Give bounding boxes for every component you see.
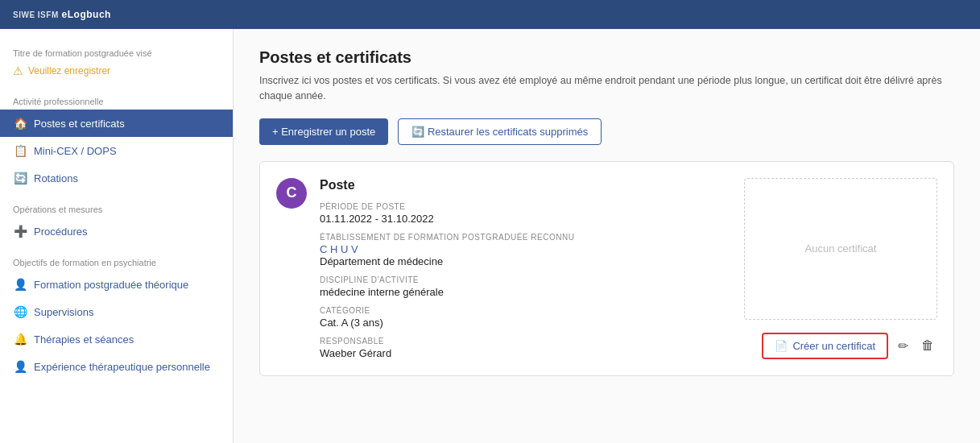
sidebar-item-postes[interactable]: 🏠 Postes et certificats: [0, 110, 233, 137]
sidebar-item-rotations-label: Rotations: [34, 172, 78, 184]
document-icon: 📄: [775, 340, 788, 352]
certificate-area: Aucun certificat 📄 Créer un certificat ✏…: [744, 178, 937, 359]
sidebar-item-mini-cex[interactable]: 📋 Mini-CEX / DOPS: [0, 137, 233, 164]
sidebar-item-rotations[interactable]: 🔄 Rotations: [0, 164, 233, 192]
sidebar-section-operations: Opérations et mesures: [0, 198, 233, 217]
establishment-label: ÉTABLISSEMENT DE FORMATION POSTGRADUÉE R…: [320, 233, 731, 242]
sidebar-item-formation[interactable]: 👤 Formation postgraduée théorique: [0, 271, 233, 298]
sidebar-divider2: [0, 192, 233, 198]
responsible-value: Waeber Gérard: [320, 347, 731, 359]
sidebar-item-experience[interactable]: 👤 Expérience thérapeutique personnelle: [0, 353, 233, 380]
sidebar-divider3: [0, 245, 233, 251]
sidebar-item-formation-label: Formation postgraduée théorique: [34, 279, 188, 291]
globe-icon: 🌐: [13, 305, 27, 318]
no-certificate-placeholder: Aucun certificat: [744, 178, 937, 320]
page-title: Postes et certificats: [259, 48, 954, 67]
plus-icon: ➕: [13, 225, 27, 238]
responsible-label: RESPONSABLE: [320, 337, 731, 346]
sidebar-item-experience-label: Expérience thérapeutique personnelle: [34, 361, 210, 373]
sidebar-item-mini-cex-label: Mini-CEX / DOPS: [34, 145, 117, 157]
sidebar-item-postes-label: Postes et certificats: [34, 118, 125, 130]
sidebar-item-supervisions[interactable]: 🌐 Supervisions: [0, 298, 233, 325]
content-area: Postes et certificats Inscrivez ici vos …: [234, 29, 980, 443]
category-label: CATÉGORIE: [320, 306, 731, 315]
sidebar-section-formation: Titre de formation postgraduée visé: [0, 42, 233, 61]
period-value: 01.11.2022 - 31.10.2022: [320, 213, 731, 225]
sidebar-item-therapies-label: Thérapies et séances: [34, 333, 134, 346]
home-icon: 🏠: [13, 117, 27, 130]
sidebar-item-procedures-label: Procédures: [34, 226, 87, 238]
sidebar-item-therapies[interactable]: 🔔 Thérapies et séances: [0, 325, 233, 353]
tablet-icon: 📋: [13, 144, 27, 157]
discipline-label: DISCIPLINE D'ACTIVITÉ: [320, 275, 731, 284]
sidebar-warning-text: Veuillez enregistrer: [28, 65, 110, 77]
restore-certs-button[interactable]: 🔄 Restaurer les certificats supprimés: [398, 118, 602, 145]
establishment-value: C H U V: [320, 243, 731, 255]
post-details: Poste PÉRIODE DE POSTE 01.11.2022 - 31.1…: [320, 178, 731, 359]
post-title: Poste: [320, 178, 731, 193]
cert-action-buttons: 📄 Créer un certificat ✏ 🗑: [744, 333, 937, 359]
sidebar-divider1: [0, 84, 233, 90]
person2-icon: 👤: [13, 360, 27, 373]
sidebar-section-activite: Activité professionnelle: [0, 90, 233, 110]
category-value: Cat. A (3 ans): [320, 317, 731, 329]
page-description: Inscrivez ici vos postes et vos certific…: [259, 73, 954, 104]
discipline-value: médecine interne générale: [320, 286, 731, 298]
rotate-icon: 🔄: [13, 172, 27, 184]
edit-post-button[interactable]: ✏: [895, 335, 912, 357]
top-header: SIWE ISFM eLogbuch: [0, 0, 980, 29]
create-cert-button[interactable]: 📄 Créer un certificat: [762, 333, 888, 359]
delete-post-button[interactable]: 🗑: [918, 335, 937, 356]
sidebar: Titre de formation postgraduée visé ⚠ Ve…: [0, 29, 234, 443]
post-avatar: C: [276, 178, 307, 209]
sidebar-item-supervisions-label: Supervisions: [34, 306, 93, 318]
sidebar-warning: ⚠ Veuillez enregistrer: [0, 61, 233, 84]
bell-icon: 🔔: [13, 333, 27, 346]
person-icon: 👤: [13, 278, 27, 291]
add-post-button[interactable]: + Enregistrer un poste: [259, 118, 388, 145]
sidebar-item-procedures[interactable]: ➕ Procédures: [0, 217, 233, 245]
warning-icon: ⚠: [13, 64, 23, 77]
main-layout: Titre de formation postgraduée visé ⚠ Ve…: [0, 29, 980, 443]
sidebar-section-psychiatrie: Objectifs de formation en psychiatrie: [0, 251, 233, 271]
action-buttons: + Enregistrer un poste 🔄 Restaurer les c…: [259, 118, 954, 145]
period-label: PÉRIODE DE POSTE: [320, 202, 731, 211]
department-value: Département de médecine: [320, 255, 731, 267]
logo: SIWE ISFM eLogbuch: [13, 9, 111, 20]
post-card: C Poste PÉRIODE DE POSTE 01.11.2022 - 31…: [259, 161, 954, 376]
